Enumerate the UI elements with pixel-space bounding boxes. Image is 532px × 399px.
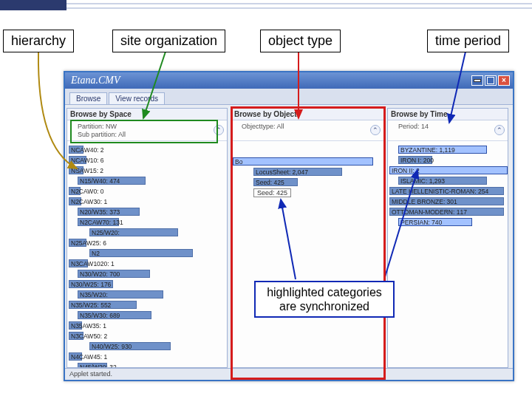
bar[interactable]: N2CAW70: 131 — [78, 218, 119, 226]
panel-browse-by-time: Browse by Time Period: 14 ⌃ BYZANTINE: 1… — [387, 108, 508, 368]
slide-squares — [0, 0, 33, 7]
slide-rules — [66, 0, 532, 22]
list-item[interactable]: N35/W30: 689 — [78, 311, 225, 320]
bar[interactable]: N35/W25: 552 — [69, 301, 137, 309]
space-list[interactable]: NCAW40: 2NCAW10: 6NSAW15: 2N15/W40: 474N… — [67, 141, 227, 367]
titlebar: Etana.CMV — [65, 72, 513, 89]
status-bar: Applet started. — [65, 368, 513, 380]
bar[interactable]: N3CAW50: 2 — [69, 332, 83, 340]
bar[interactable]: N2CAW30: 1 — [69, 197, 81, 205]
window-title: Etana.CMV — [68, 75, 120, 86]
bar[interactable]: NCAW10: 6 — [69, 156, 86, 164]
close-button[interactable] — [498, 75, 510, 86]
app-window: Etana.CMV Browse View records Browse by … — [64, 71, 514, 381]
bar[interactable]: NSAW15: 2 — [69, 166, 83, 174]
bar[interactable]: N30/W25: 176 — [69, 280, 113, 288]
selected-item-box[interactable]: Seed: 425 — [253, 188, 291, 197]
list-item[interactable]: NSAW15: 2 — [69, 166, 225, 175]
list-item[interactable]: BYZANTINE: 1,119 — [398, 146, 506, 154]
list-item[interactable]: N15/W40: 474 — [78, 177, 225, 185]
tab-view-records[interactable]: View records — [109, 92, 165, 104]
list-item[interactable]: Seed: 425 — [233, 188, 382, 197]
list-item[interactable]: N30/W25: 176 — [69, 280, 225, 289]
space-subpartition[interactable]: Sub partition: All — [78, 131, 224, 138]
list-item[interactable]: N30/W20: 700 — [78, 270, 225, 279]
panel-space-header: Browse by Space — [67, 109, 227, 120]
bar[interactable]: Bo — [233, 157, 373, 166]
list-item[interactable]: N3CAW50: 2 — [69, 332, 225, 341]
list-item[interactable]: Seed: 425 — [253, 178, 382, 187]
list-item[interactable]: ISLAMIC: 1,293 — [398, 177, 506, 185]
bar[interactable]: LATE HELLENISTIC-ROMAN: 254 — [389, 187, 504, 195]
bar[interactable]: IRON II: 2 — [389, 166, 508, 174]
list-item[interactable]: LocusSheet: 2,047 — [253, 168, 382, 177]
list-item[interactable]: N35/W25: 552 — [69, 301, 225, 310]
tab-browse[interactable]: Browse — [69, 92, 107, 104]
slide-top-bar — [0, 0, 532, 22]
bar[interactable]: MIDDLE BRONZE: 301 — [389, 197, 504, 205]
bar[interactable]: IRON I: 200 — [398, 156, 432, 164]
bar[interactable]: N25/W20: — [89, 228, 178, 236]
panel-browse-by-space: Browse by Space Partition: NW Sub partit… — [66, 108, 228, 368]
list-item[interactable]: N25/W20: — [89, 228, 225, 237]
list-item[interactable]: OTTOMAN-MODERN: 117 — [389, 208, 506, 216]
bar[interactable]: N2CAW0: 0 — [69, 187, 81, 195]
list-item[interactable]: Bo — [233, 157, 382, 166]
minimize-button[interactable] — [471, 75, 483, 86]
time-list[interactable]: BYZANTINE: 1,119IRON I: 200IRON II: 2ISL… — [388, 141, 508, 367]
time-period-filter[interactable]: Period: 14 — [398, 123, 505, 130]
list-item[interactable]: PERSIAN: 740 — [398, 218, 506, 227]
list-item[interactable]: N35AW35: 1 — [69, 321, 225, 330]
bar[interactable]: N35/W20: — [78, 290, 163, 299]
list-item[interactable]: N4CAW45: 1 — [69, 352, 225, 361]
bar[interactable]: N20/W35: 373 — [78, 208, 140, 216]
bar[interactable]: N3CAW1020: 1 — [69, 259, 88, 267]
list-item[interactable]: N2CAW30: 1 — [69, 197, 225, 206]
bar[interactable]: N4CAW45: 1 — [69, 352, 82, 361]
list-item[interactable]: LATE HELLENISTIC-ROMAN: 254 — [389, 187, 506, 196]
bar[interactable]: N2 — [89, 249, 193, 257]
collapse-icon[interactable]: ⌃ — [494, 125, 505, 135]
list-item[interactable]: N40/W25: 930 — [89, 342, 225, 351]
list-item[interactable]: N3CAW1020: 1 — [69, 259, 225, 268]
collapse-icon[interactable]: ⌃ — [370, 125, 381, 135]
bar[interactable]: ISLAMIC: 1,293 — [398, 177, 487, 185]
bar[interactable]: N35AW35: 1 — [69, 321, 82, 330]
object-type-filter[interactable]: Objecttype: All — [242, 123, 381, 130]
list-item[interactable]: N2CAW70: 131 — [78, 218, 225, 227]
list-item[interactable]: N2CAW0: 0 — [69, 187, 225, 196]
list-item[interactable]: MIDDLE BRONZE: 301 — [389, 197, 506, 206]
callout-time-period: time period — [427, 30, 509, 52]
list-item[interactable]: NCAW40: 2 — [69, 146, 225, 154]
list-item[interactable]: IRON I: 200 — [398, 156, 506, 165]
bar[interactable]: N35/W30: 689 — [78, 311, 151, 319]
callout-hierarchy: hierarchy — [3, 30, 74, 52]
bar[interactable]: Seed: 425 — [253, 178, 298, 186]
bar[interactable]: N40/W25: 930 — [89, 342, 171, 350]
bar[interactable]: N30/W20: 700 — [78, 270, 150, 278]
list-item[interactable]: N2 — [89, 249, 225, 258]
bar[interactable]: OTTOMAN-MODERN: 117 — [389, 208, 504, 216]
list-item[interactable]: NCAW10: 6 — [69, 156, 225, 165]
list-item[interactable]: IRON II: 2 — [389, 166, 506, 175]
space-partition[interactable]: Partition: NW — [78, 123, 224, 130]
bar[interactable]: BYZANTINE: 1,119 — [398, 146, 487, 154]
list-item[interactable]: N35/W20: — [78, 290, 225, 299]
maximize-button[interactable] — [485, 75, 497, 86]
bar[interactable]: N15/W40: 474 — [78, 177, 146, 185]
collapse-icon[interactable]: ⌃ — [214, 125, 224, 135]
bar[interactable]: NCAW40: 2 — [69, 146, 83, 154]
bar[interactable]: N45/W20: 32 — [78, 363, 107, 367]
list-item[interactable]: N20/W35: 373 — [78, 208, 225, 216]
panel-space-subheader: Partition: NW Sub partition: All ⌃ — [67, 120, 227, 141]
object-list[interactable]: BoLocusSheet: 2,047Seed: 425Seed: 425 — [231, 141, 383, 367]
callout-sync-note: highlighted categories are synchronized — [254, 281, 395, 318]
list-item[interactable]: N45/W20: 32 — [78, 363, 225, 367]
callout-site-organization: site organization — [112, 30, 225, 52]
panel-time-subheader: Period: 14 ⌃ — [388, 120, 508, 141]
list-item[interactable]: N25AW25: 6 — [69, 239, 225, 248]
bar[interactable]: N25AW25: 6 — [69, 239, 86, 247]
bar[interactable]: PERSIAN: 740 — [398, 218, 472, 226]
bar[interactable]: LocusSheet: 2,047 — [253, 168, 342, 176]
panels-row: Browse by Space Partition: NW Sub partit… — [65, 105, 513, 368]
